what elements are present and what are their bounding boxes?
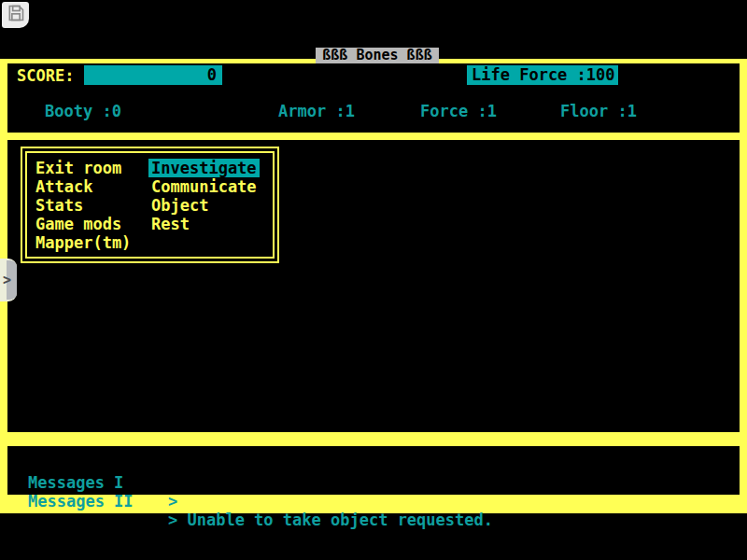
hud-panel: SCORE: 0 Life Force :100 Booty :0 Armor … (7, 63, 740, 133)
stat-booty: Booty :0 (45, 101, 121, 121)
menu-item-object[interactable]: Object (151, 196, 257, 215)
messages-panel: Messages I > Messages II > Unable to tak… (7, 446, 740, 495)
menu-item-investigate[interactable]: Investigate (148, 159, 260, 177)
menu-item-attack[interactable]: Attack (35, 177, 131, 196)
stat-floor: Floor :1 (560, 101, 637, 121)
menu-item-game-mods[interactable]: Game mods (35, 215, 131, 233)
menu-item-exit-room[interactable]: Exit room (35, 159, 131, 177)
message-line-1: Messages I > (7, 455, 84, 473)
messages-ii-label: Messages II (28, 492, 134, 511)
chevron-right-icon: > (3, 272, 11, 288)
menu-item-rest[interactable]: Rest (151, 215, 257, 233)
score-label: SCORE: (17, 65, 74, 86)
command-menu-box: Exit room Attack Stats Game mods Mapper(… (21, 147, 279, 263)
life-force-badge: Life Force :100 (467, 65, 618, 85)
side-drawer-handle[interactable]: > (0, 259, 17, 301)
menu-column-left: Exit room Attack Stats Game mods Mapper(… (35, 159, 131, 252)
menu-item-communicate[interactable]: Communicate (151, 177, 257, 196)
stat-force: Force :1 (420, 101, 497, 121)
message-line-2: Messages II > Unable to take object requ… (7, 473, 84, 492)
save-button[interactable] (2, 2, 29, 28)
main-viewport: Exit room Attack Stats Game mods Mapper(… (7, 140, 740, 432)
game-screen: ßßß Bones ßßß SCORE: 0 Life Force :100 B… (0, 0, 747, 560)
menu-column-right: Investigate Communicate Object Rest (151, 159, 257, 233)
stat-armor: Armor :1 (278, 101, 355, 121)
game-window: SCORE: 0 Life Force :100 Booty :0 Armor … (0, 59, 747, 513)
score-value: 0 (207, 65, 217, 84)
messages-ii-text: > Unable to take object requested. (168, 511, 493, 529)
window-title: ßßß Bones ßßß (316, 48, 439, 63)
menu-item-stats[interactable]: Stats (35, 196, 131, 215)
menu-item-mapper[interactable]: Mapper(tm) (35, 233, 131, 252)
messages-i-text: > (168, 492, 177, 511)
score-bar: 0 (84, 65, 222, 85)
command-menu-inner-border: Exit room Attack Stats Game mods Mapper(… (25, 151, 275, 259)
floppy-disk-icon (7, 4, 25, 26)
